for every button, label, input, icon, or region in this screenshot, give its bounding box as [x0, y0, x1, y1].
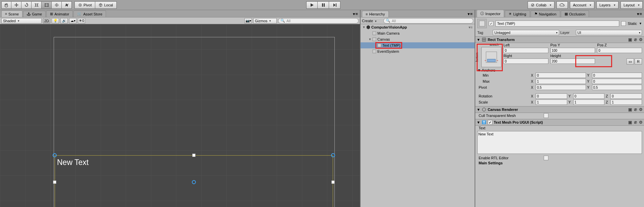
layer-dropdown[interactable]: UI [576, 30, 642, 35]
rotate-tool[interactable] [21, 1, 32, 9]
tab-inspector[interactable]: ⓘInspector [477, 10, 504, 17]
gizmos-dropdown[interactable]: Gizmos [253, 18, 277, 24]
tmp-header[interactable]: ▼ T ✓ Text Mesh Pro UGUI (Script) ▣ ⎚ ⚙ [475, 119, 644, 126]
height-input[interactable] [550, 58, 595, 64]
pivot-x-input[interactable] [536, 85, 586, 90]
gameobject-icon [377, 43, 382, 48]
gear-icon[interactable]: ⚙ [639, 37, 643, 42]
tab-scene[interactable]: ⌗ Scene [1, 10, 22, 17]
left-input[interactable] [503, 48, 548, 53]
active-checkbox[interactable]: ✓ [489, 21, 493, 26]
audio-toggle[interactable]: 🔊 [60, 18, 68, 24]
tag-dropdown[interactable]: Untagged [493, 30, 559, 35]
svg-rect-17 [479, 21, 485, 26]
play-button[interactable] [306, 1, 318, 9]
rot-z-input[interactable] [610, 93, 642, 99]
min-label: Min [483, 73, 530, 77]
lighting-icon: ☀ [508, 12, 512, 16]
inspector-panel-menu[interactable]: ▾≡ [635, 11, 644, 17]
fx-toggle[interactable]: ☁▾ [69, 18, 76, 24]
gear-icon[interactable]: ⚙ [639, 120, 643, 125]
preset-icon[interactable]: ⎚ [634, 37, 637, 42]
transform-tool[interactable] [52, 1, 62, 9]
cull-checkbox[interactable] [544, 113, 548, 118]
canvas-renderer-header[interactable]: ▼ Canvas Renderer ▣ ⎚ ⚙ [475, 106, 644, 113]
layout-dropdown[interactable]: Layout [621, 1, 643, 9]
tab-game[interactable]: 🕹 Game [23, 11, 46, 17]
account-dropdown[interactable]: Account [570, 1, 594, 9]
tab-occlusion[interactable]: ▦Occlusion [561, 10, 589, 17]
gear-icon[interactable]: ⚙ [639, 107, 643, 112]
layers-dropdown[interactable]: Layers [596, 1, 619, 9]
occlusion-label: Occlusion [569, 12, 585, 16]
scale-z-input[interactable] [610, 99, 642, 105]
shading-mode-dropdown[interactable]: Shaded [1, 18, 42, 24]
hidden-toggle[interactable]: 👁0 [78, 18, 85, 24]
raw-edit-button[interactable]: R [635, 58, 642, 65]
svg-rect-1 [45, 4, 48, 6]
max-y-input[interactable] [592, 79, 642, 84]
hierarchy-text-tmp[interactable]: Text (TMP) [361, 42, 475, 48]
local-toggle[interactable]: Local [95, 1, 116, 9]
blueprint-mode-button[interactable]: ▭ [627, 58, 634, 65]
rect-tool[interactable] [42, 1, 52, 9]
scale-x-input[interactable] [536, 99, 567, 105]
tab-navigation[interactable]: ⚑Navigation [531, 10, 560, 17]
tab-animator[interactable]: ⊞ Animator [46, 10, 73, 17]
scene-search[interactable]: 🔍All [278, 18, 359, 24]
hierarchy-panel-menu[interactable]: ▾≡ [466, 11, 475, 17]
lighting-toggle[interactable]: 💡 [52, 18, 59, 24]
custom-tools[interactable] [62, 1, 72, 9]
collab-dropdown[interactable]: Collab [528, 1, 554, 9]
pivot-toggle[interactable]: Pivot [74, 1, 95, 9]
hierarchy-scene-root[interactable]: ▼ ComputerVisionApp ▾≡ [361, 24, 475, 30]
tab-lighting[interactable]: ☀Lighting [505, 10, 530, 17]
static-dropdown-arrow[interactable]: ▼ [639, 22, 642, 25]
2d-toggle[interactable]: 2D [43, 18, 50, 24]
preset-icon[interactable]: ⎚ [634, 120, 637, 125]
min-x-input[interactable] [536, 73, 586, 78]
scene-viewport[interactable]: New Text [0, 24, 360, 207]
anchor-preset-button[interactable] [481, 47, 501, 67]
hierarchy-canvas[interactable]: ▼ Canvas [361, 36, 475, 42]
min-y-input[interactable] [592, 73, 642, 78]
preset-icon[interactable]: ⎚ [634, 107, 637, 112]
camera-toggle[interactable]: 📷▾ [245, 18, 252, 24]
rect-transform-header[interactable]: ▼ Rect Transform ▣ ⎚ ⚙ [475, 36, 644, 43]
scene-panel-menu[interactable]: ▾≡ [351, 11, 360, 17]
tmp-text-input[interactable] [477, 131, 642, 154]
hierarchy-search[interactable]: 🔍All [383, 18, 473, 24]
cloud-button[interactable] [556, 1, 568, 9]
hierarchy-event-system[interactable]: EventSystem [361, 48, 475, 54]
hierarchy-main-camera[interactable]: Main Camera [361, 30, 475, 36]
pivot-label: Pivot [479, 85, 530, 89]
tab-asset-store[interactable]: 🛒 Asset Store [73, 10, 106, 17]
move-tool[interactable] [11, 1, 21, 9]
svg-rect-16 [373, 50, 376, 53]
rtl-checkbox[interactable] [544, 156, 548, 160]
step-button[interactable] [329, 1, 340, 9]
tab-hierarchy[interactable]: ≡ Hierarchy [362, 11, 389, 17]
pause-button[interactable] [318, 1, 329, 9]
scene-options-icon[interactable]: ▾≡ [469, 25, 473, 30]
hand-tool[interactable] [1, 1, 11, 9]
posz-input[interactable] [597, 48, 642, 53]
tmp-enabled-checkbox[interactable]: ✓ [488, 120, 492, 125]
help-icon[interactable]: ▣ [628, 37, 632, 42]
scale-y-input[interactable] [573, 99, 605, 105]
create-dropdown[interactable]: Create [362, 19, 382, 23]
gameobject-name-input[interactable] [495, 20, 619, 27]
help-icon[interactable]: ▣ [628, 107, 632, 112]
posy-input[interactable] [550, 48, 595, 53]
posy-label: Pos Y [550, 43, 595, 47]
rot-y-input[interactable] [573, 93, 605, 99]
static-checkbox[interactable] [621, 21, 626, 26]
help-icon[interactable]: ▣ [628, 120, 632, 125]
pivot-y-input[interactable] [592, 85, 642, 90]
max-x-input[interactable] [536, 79, 586, 84]
rot-x-input[interactable] [536, 93, 567, 99]
right-input[interactable] [503, 58, 548, 64]
anchors-foldout[interactable]: ▼ Anchors [477, 68, 495, 72]
scale-tool[interactable] [32, 1, 42, 9]
svg-point-2 [45, 3, 46, 4]
